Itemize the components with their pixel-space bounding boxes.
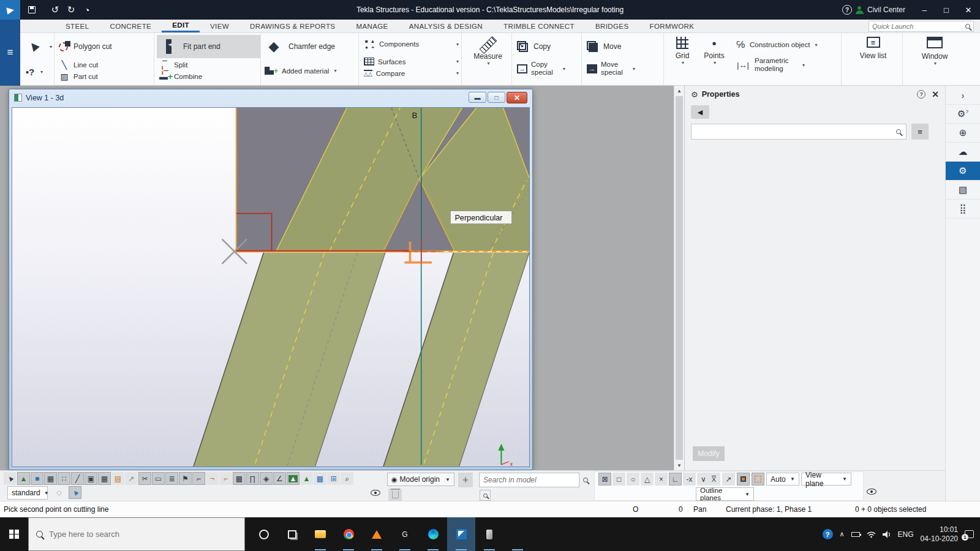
view-window[interactable]: View 1 - 3d ▬ □ ✕ xyxy=(9,89,533,470)
panel-settings-search-button[interactable]: ⚙? xyxy=(946,105,980,124)
zoom-select-button[interactable]: ⌕ xyxy=(341,472,353,485)
smart-select-toggle[interactable]: ► xyxy=(69,486,81,499)
redo-button[interactable]: ↻ xyxy=(63,3,79,17)
battery-icon[interactable] xyxy=(851,532,860,537)
line-cut-button[interactable]: ╲Line cut xyxy=(56,59,154,70)
taskbar-clock[interactable]: 10:01 04-10-2020 xyxy=(921,525,958,544)
history-button[interactable]: ◔ xyxy=(79,3,95,17)
select-surfaces-button[interactable]: ■ xyxy=(31,472,43,485)
select-grid-button[interactable]: ▦ xyxy=(44,472,57,485)
pan-indicator[interactable]: Pan xyxy=(693,505,706,514)
ortho-indicator[interactable]: O xyxy=(633,505,638,514)
select-lines-button[interactable]: ╱ xyxy=(71,472,84,485)
snap-reference-points-button[interactable]: ⊠ xyxy=(598,473,611,485)
select-planes-button[interactable]: ◈ xyxy=(260,472,273,485)
taskbar-satellite-app[interactable] xyxy=(503,517,532,551)
add-origin-button[interactable]: + xyxy=(458,473,473,487)
scrollbar-thumb[interactable] xyxy=(676,96,683,460)
close-button[interactable]: ✕ xyxy=(959,2,978,18)
added-material-button[interactable]: +Added material▾ xyxy=(262,66,358,76)
start-button[interactable] xyxy=(0,517,28,551)
tab-formwork[interactable]: FORMWORK xyxy=(639,20,705,32)
snap-visibility-eye-icon[interactable] xyxy=(867,488,876,497)
select-joints-button[interactable]: ⌐ xyxy=(219,472,232,485)
tab-manage[interactable]: MANAGE xyxy=(345,20,398,32)
relative-coords-button[interactable] xyxy=(752,473,764,485)
combine-button[interactable]: ▬+Combine xyxy=(157,71,260,81)
tab-trimble-connect[interactable]: TRIMBLE CONNECT xyxy=(493,20,585,32)
polygon-cut-button[interactable]: Polygon cut xyxy=(56,35,154,58)
volume-icon[interactable] xyxy=(883,531,891,538)
properties-help-button[interactable]: ? xyxy=(917,90,925,99)
user-name[interactable]: Civil Center xyxy=(867,6,905,14)
parametric-modeling-button[interactable]: |↔|Parametric modeling▾ xyxy=(733,55,841,75)
taskbar-search[interactable] xyxy=(28,517,245,551)
tekla-logo[interactable]: ▶ xyxy=(0,0,20,20)
snap-perpendicular-button[interactable]: ∟ xyxy=(669,473,682,485)
snap-midpoints-button[interactable]: △ xyxy=(641,473,654,485)
help-tray-icon[interactable]: ? xyxy=(823,529,833,539)
tab-analysis-design[interactable]: ANALYSIS & DESIGN xyxy=(399,20,493,32)
compare-button[interactable]: △△Compare▾ xyxy=(361,68,461,78)
view-restore-button[interactable]: □ xyxy=(488,92,505,103)
surfaces-button[interactable]: Surfaces▾ xyxy=(361,56,461,67)
panel-cloud-button[interactable]: ☁ xyxy=(946,143,980,162)
tab-steel[interactable]: STEEL xyxy=(55,20,99,32)
select-reference-button[interactable]: ↗ xyxy=(125,472,138,485)
select-areas-button[interactable]: ▲ xyxy=(287,472,300,485)
model-search[interactable] xyxy=(479,473,579,487)
properties-menu-button[interactable]: ≡ xyxy=(911,124,929,140)
taskbar-tekla-structures[interactable] xyxy=(447,517,475,551)
taskbar-phone[interactable] xyxy=(475,517,503,551)
snap-to-line-button[interactable]: ↗ xyxy=(722,473,735,485)
model-search-input[interactable] xyxy=(483,476,579,484)
view-close-button[interactable]: ✕ xyxy=(507,92,527,103)
view-list-button[interactable]: ≣ View list xyxy=(844,33,903,85)
restore-button[interactable]: □ xyxy=(937,2,956,18)
taskbar-task-view[interactable] xyxy=(278,517,306,551)
taskbar-gom-player[interactable]: G xyxy=(391,517,419,551)
taskbar-chrome[interactable] xyxy=(334,517,363,551)
properties-close-button[interactable]: ✕ xyxy=(932,89,939,99)
select-bolts-button[interactable]: ∏ xyxy=(246,472,259,485)
tab-view[interactable]: VIEW xyxy=(200,20,239,32)
select-parts-button[interactable]: ▲ xyxy=(17,472,30,485)
snap-extension-button[interactable]: -x xyxy=(683,473,696,485)
taskbar-vlc[interactable] xyxy=(363,517,391,551)
grid-button[interactable]: Grid▾ xyxy=(666,33,698,85)
select-flags-button[interactable]: ⚑ xyxy=(179,472,192,485)
model-origin-dropdown[interactable]: ◉Model origin▼ xyxy=(387,473,454,486)
select-cursor-button[interactable]: ► xyxy=(4,472,17,485)
window-button[interactable]: Window ▾ xyxy=(905,33,964,85)
tab-drawings-reports[interactable]: DRAWINGS & REPORTS xyxy=(239,20,345,32)
scroll-down-arrow[interactable]: ▼ xyxy=(674,460,684,470)
panel-model-button[interactable]: ▧ xyxy=(946,181,980,200)
fit-part-end-button[interactable]: Fit part end xyxy=(157,35,260,58)
properties-search-input[interactable] xyxy=(696,127,896,136)
taskbar-cortana[interactable] xyxy=(250,517,278,551)
ortho-toggle-button[interactable] xyxy=(737,473,750,485)
quick-launch-input[interactable] xyxy=(872,23,965,30)
modify-button[interactable]: Modify xyxy=(693,446,725,461)
tab-bridges[interactable]: BRIDGES xyxy=(585,20,639,32)
tab-edit[interactable]: EDIT xyxy=(162,20,200,32)
properties-search[interactable] xyxy=(691,124,907,140)
select-objects-3d-button[interactable]: ▣ xyxy=(85,472,97,485)
outline-planes-dropdown[interactable]: Outline planes▼ xyxy=(696,487,754,501)
visibility-eye-icon[interactable] xyxy=(371,489,380,498)
copy-button[interactable]: ↘Copy xyxy=(514,35,581,58)
move-special-button[interactable]: →Move special▾ xyxy=(584,59,663,78)
select-points-button[interactable]: ∷ xyxy=(58,472,70,485)
construction-object-button[interactable]: ℅Construction object▾ xyxy=(733,36,841,54)
quick-launch[interactable] xyxy=(869,21,974,32)
snap-intersections-button[interactable]: × xyxy=(655,473,668,485)
wifi-icon[interactable] xyxy=(867,531,876,538)
snap-center-points-button[interactable]: ○ xyxy=(627,473,639,485)
select-grid-planes-button[interactable]: ▤ xyxy=(111,472,124,485)
view-minimize-button[interactable]: ▬ xyxy=(469,92,486,103)
components-button[interactable]: ■▲●+Components▾ xyxy=(361,37,461,51)
properties-back-button[interactable]: ◀ xyxy=(691,105,709,119)
select-components-pattern-button[interactable]: ▩ xyxy=(314,472,326,485)
search-options-button[interactable] xyxy=(480,490,491,501)
select-welds-button[interactable]: ⌐ xyxy=(192,472,205,485)
